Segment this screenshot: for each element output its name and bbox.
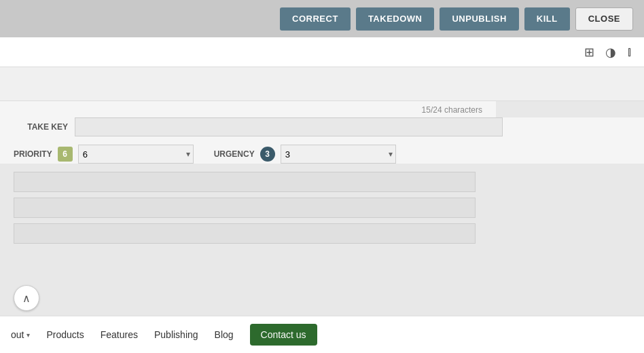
contact-button[interactable]: Contact us: [250, 324, 317, 346]
urgency-badge: 3: [260, 147, 275, 162]
contrast-icon: ◑: [605, 45, 616, 60]
icon-toolbar: ⊞ ◑ ⫿: [0, 37, 644, 67]
kill-button[interactable]: KILL: [524, 7, 570, 31]
priority-group: PRIORITY 6 6: [14, 145, 194, 164]
table-icon: ⊞: [584, 45, 594, 60]
take-key-label: TAKE KEY: [14, 122, 68, 132]
gray-bars-section: [0, 172, 489, 244]
urgency-select-wrapper: 3: [281, 145, 396, 164]
gray-bar-3: [14, 223, 476, 244]
urgency-group: URGENCY 3 3: [214, 145, 396, 164]
table-icon-button[interactable]: ⊞: [584, 45, 594, 60]
sliders-icon-button[interactable]: ⫿: [627, 45, 633, 59]
correct-button[interactable]: CORRECT: [280, 7, 351, 31]
characters-count: 15/24 characters: [422, 105, 482, 115]
priority-urgency-row: PRIORITY 6 6 URGENCY 3 3: [14, 145, 503, 164]
scroll-up-button[interactable]: ∧: [14, 285, 39, 311]
gray-bar-1: [14, 172, 476, 192]
top-toolbar: CORRECT TAKEDOWN UNPUBLISH KILL CLOSE: [0, 0, 644, 37]
nav-item-features[interactable]: Features: [101, 329, 138, 340]
gray-bar-2: [14, 198, 476, 218]
nav-item-publishing[interactable]: Publishing: [154, 329, 198, 340]
priority-label: PRIORITY: [14, 149, 52, 159]
bottom-nav: out ▾ Products Features Publishing Blog …: [0, 316, 644, 353]
nav-item-blog[interactable]: Blog: [215, 329, 234, 340]
chevron-up-icon: ∧: [22, 292, 31, 305]
priority-select[interactable]: 6: [78, 145, 194, 164]
urgency-label: URGENCY: [214, 149, 255, 159]
urgency-select[interactable]: 3: [281, 145, 396, 164]
characters-line: 15/24 characters: [0, 101, 496, 117]
takedown-button[interactable]: TAKEDOWN: [356, 7, 435, 31]
unpublish-button[interactable]: UNPUBLISH: [440, 7, 518, 31]
take-key-row: TAKE KEY: [14, 117, 503, 136]
nav-item-about[interactable]: out ▾: [11, 329, 30, 340]
close-button[interactable]: CLOSE: [575, 7, 633, 31]
form-section: TAKE KEY PRIORITY 6 6 URGENCY 3 3: [0, 117, 644, 164]
priority-select-wrapper: 6: [78, 145, 194, 164]
sliders-icon: ⫿: [627, 45, 633, 59]
take-key-input[interactable]: [75, 117, 503, 136]
contrast-icon-button[interactable]: ◑: [605, 45, 616, 60]
content-header: [0, 67, 644, 101]
priority-badge: 6: [58, 147, 73, 162]
chevron-down-icon: ▾: [26, 331, 30, 339]
nav-item-products[interactable]: Products: [46, 329, 84, 340]
